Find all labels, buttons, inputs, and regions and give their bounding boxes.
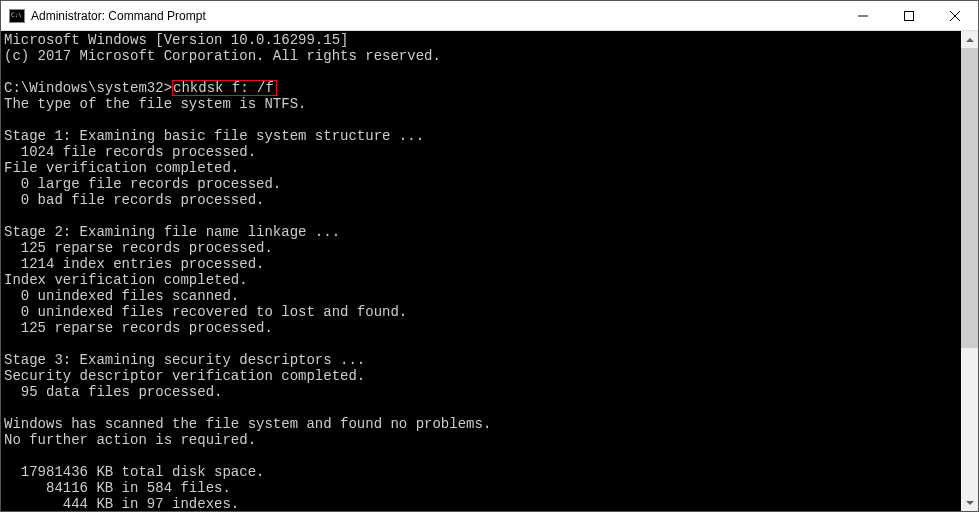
app-icon [9,9,25,23]
console-line: 0 unindexed files scanned. [4,288,239,304]
console-line: File verification completed. [4,160,239,176]
console-line: 0 bad file records processed. [4,192,264,208]
console-line: No further action is required. [4,432,256,448]
console-line: The type of the file system is NTFS. [4,96,306,112]
console-line: Stage 3: Examining security descriptors … [4,352,365,368]
console-line: Stage 2: Examining file name linkage ... [4,224,340,240]
console-line: 84116 KB in 584 files. [4,480,231,496]
console-line: 125 reparse records processed. [4,240,273,256]
console-output[interactable]: Microsoft Windows [Version 10.0.16299.15… [1,31,961,511]
command-highlight: chkdsk f: /f [172,80,277,96]
vertical-scrollbar[interactable] [961,31,978,511]
console-line: Security descriptor verification complet… [4,368,365,384]
console-line: 1214 index entries processed. [4,256,264,272]
console-line: 17981436 KB total disk space. [4,464,264,480]
svg-marker-4 [966,38,974,42]
close-button[interactable] [932,1,978,30]
console-line: (c) 2017 Microsoft Corporation. All righ… [4,48,441,64]
minimize-button[interactable] [840,1,886,30]
console-line: 444 KB in 97 indexes. [4,496,239,511]
maximize-button[interactable] [886,1,932,30]
window-titlebar[interactable]: Administrator: Command Prompt [1,1,978,31]
scroll-down-button[interactable] [961,494,978,511]
command-text: chkdsk f: /f [173,80,274,96]
console-prompt: C:\Windows\system32> [4,80,172,96]
console-line: Stage 1: Examining basic file system str… [4,128,424,144]
console-line: Windows has scanned the file system and … [4,416,491,432]
console-line: Index verification completed. [4,272,248,288]
svg-marker-5 [966,501,974,505]
svg-rect-1 [905,11,914,20]
console-line: 95 data files processed. [4,384,222,400]
scroll-up-button[interactable] [961,31,978,48]
console-line: Microsoft Windows [Version 10.0.16299.15… [4,32,348,48]
window-controls [840,1,978,30]
console-line: 1024 file records processed. [4,144,256,160]
console-line: 0 large file records processed. [4,176,281,192]
window-title: Administrator: Command Prompt [31,9,840,23]
console-line: 0 unindexed files recovered to lost and … [4,304,407,320]
scroll-thumb[interactable] [961,48,978,348]
console-line: 125 reparse records processed. [4,320,273,336]
